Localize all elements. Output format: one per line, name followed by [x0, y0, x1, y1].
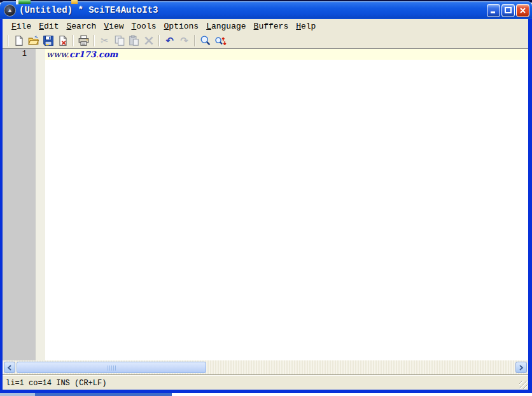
maximize-icon	[505, 7, 512, 14]
close-button[interactable]	[516, 4, 529, 17]
menu-view[interactable]: View	[100, 20, 127, 32]
menu-buffers[interactable]: Buffers	[250, 20, 293, 32]
paste-icon	[128, 35, 140, 46]
menu-options[interactable]: Options	[160, 20, 203, 32]
scrollbar-thumb[interactable]	[17, 362, 206, 373]
toolbar-separator	[158, 35, 160, 46]
code-token: www	[46, 50, 67, 59]
menu-language[interactable]: Language	[202, 20, 249, 32]
menu-search[interactable]: Search	[62, 20, 100, 32]
undo-button[interactable]: ↶	[162, 34, 177, 48]
delete-icon	[143, 35, 155, 46]
replace-button[interactable]	[213, 34, 227, 48]
background-strip	[0, 393, 532, 396]
resize-grip[interactable]	[519, 381, 528, 389]
copy-button[interactable]	[112, 34, 127, 48]
open-file-button[interactable]	[26, 34, 41, 48]
scroll-left-button[interactable]	[4, 362, 15, 373]
line-number-margin: 1	[3, 49, 36, 360]
status-text: li=1 co=14 INS (CR+LF)	[6, 379, 106, 388]
menu-edit[interactable]: Edit	[35, 20, 62, 32]
menu-tools[interactable]: Tools	[127, 20, 160, 32]
line-number: 1	[22, 50, 27, 58]
desktop-background: ▲ (Untitled) * SciTE4AutoIt3 File Edit S…	[0, 0, 532, 396]
save-file-button[interactable]	[41, 34, 55, 48]
toolbar-separator	[8, 35, 9, 46]
undo-icon: ↶	[165, 36, 174, 46]
save-icon	[43, 35, 54, 46]
close-file-icon	[57, 35, 69, 46]
find-button[interactable]	[198, 34, 213, 48]
menu-help[interactable]: Help	[292, 20, 319, 32]
close-file-button[interactable]	[55, 34, 70, 48]
autoit-logo-icon[interactable]: ▲	[4, 4, 16, 17]
horizontal-scrollbar[interactable]	[3, 360, 528, 374]
toolbar: ✂ ↶	[3, 33, 528, 48]
delete-button[interactable]	[141, 34, 156, 48]
toolbar-separator	[94, 35, 95, 46]
toolbar-separator	[194, 35, 195, 46]
code-token: cr173	[69, 50, 96, 59]
scroll-right-button[interactable]	[515, 362, 527, 373]
copy-icon	[114, 35, 125, 46]
statusbar: li=1 co=14 INS (CR+LF)	[3, 377, 528, 390]
print-icon	[78, 35, 90, 46]
find-icon	[199, 35, 212, 47]
chevron-right-icon	[519, 365, 524, 371]
background-window-fragment	[71, 0, 78, 4]
titlebar[interactable]: ▲ (Untitled) * SciTE4AutoIt3	[0, 1, 532, 19]
cut-button[interactable]: ✂	[97, 34, 112, 48]
open-folder-icon	[27, 35, 39, 46]
paste-button[interactable]	[127, 34, 141, 48]
window-title: (Untitled) * SciTE4AutoIt3	[19, 5, 158, 15]
code-token: com	[99, 50, 118, 59]
code-line-1[interactable]: www.cr173.com	[45, 49, 528, 60]
new-file-button[interactable]	[11, 34, 26, 48]
scite-window: ▲ (Untitled) * SciTE4AutoIt3 File Edit S…	[0, 1, 532, 393]
new-document-icon	[13, 35, 25, 46]
toolbar-separator	[73, 35, 74, 46]
background-window-fragment	[18, 0, 31, 4]
chevron-left-icon	[7, 365, 12, 371]
replace-icon	[214, 35, 227, 47]
redo-button[interactable]: ↷	[177, 34, 192, 48]
background-window-fragment	[0, 393, 35, 396]
code-area[interactable]: www.cr173.com	[45, 49, 528, 360]
cut-icon: ✂	[101, 36, 109, 46]
background-taskbar-fragment	[35, 393, 172, 396]
editor-pane: 1 www.cr173.com	[3, 48, 528, 360]
fold-margin	[36, 49, 45, 360]
minimize-icon	[490, 7, 497, 14]
redo-icon: ↷	[180, 36, 188, 46]
menu-file[interactable]: File	[8, 20, 35, 32]
print-button[interactable]	[76, 34, 91, 48]
maximize-button[interactable]	[501, 4, 515, 17]
menubar: File Edit Search View Tools Options Lang…	[3, 19, 528, 33]
minimize-button[interactable]	[487, 4, 500, 17]
close-icon	[519, 7, 526, 14]
